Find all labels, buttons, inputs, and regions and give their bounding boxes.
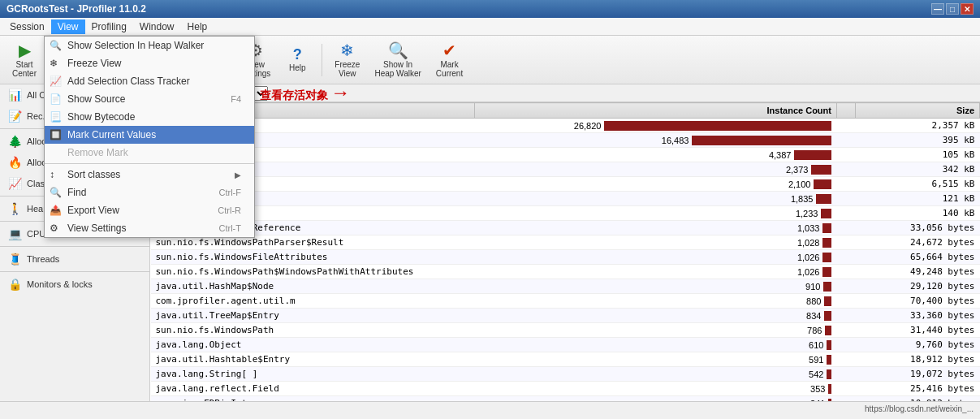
- table-row[interactable]: 2,373 342 kB: [151, 162, 980, 177]
- cell-instance-count: 26,820: [475, 119, 837, 133]
- cell-size: 70,400 bytes: [856, 294, 980, 309]
- ctx-view-settings[interactable]: ⚙ View Settings Ctrl-T: [45, 219, 254, 237]
- cell-instance-count: 1,233: [475, 206, 837, 221]
- cell-size: 19,072 bytes: [856, 367, 980, 382]
- table-row[interactable]: java.lang.ref.WeakReference 1,033 33,056…: [151, 221, 980, 235]
- sidebar-item-monitors-locks[interactable]: 🔒 Monitors & locks: [0, 274, 149, 295]
- ctx-add-selection-class-tracker[interactable]: 📈 Add Selection Class Tracker: [45, 72, 254, 90]
- cell-sort: [836, 352, 855, 367]
- table-container[interactable]: Name Instance Count Size 26,820 2,357 kB…: [150, 102, 980, 401]
- sidebar-item-threads[interactable]: 🧵 Threads: [0, 248, 149, 270]
- cell-instance-count: 591: [475, 352, 837, 367]
- start-icon: ▶: [19, 42, 31, 58]
- cell-sort: [836, 396, 855, 402]
- table-row[interactable]: java.lang.String[ ] 542 19,072 bytes: [151, 367, 980, 382]
- menu-window[interactable]: Window: [133, 19, 181, 34]
- col-size[interactable]: Size: [856, 103, 980, 119]
- cell-name: sun.nio.fs.WindowsPath$WindowsPathWithAt…: [151, 265, 475, 279]
- ctx-remove-mark[interactable]: Remove Mark: [45, 144, 254, 162]
- cell-sort: [836, 382, 855, 396]
- table-row[interactable]: sun.misc.FDBigInteger 341 10,912 bytes: [151, 396, 980, 402]
- cell-size: 33,360 bytes: [856, 309, 980, 323]
- export-icon: 📤: [50, 205, 62, 216]
- cell-name: com.jprofiler.agent.util.m: [151, 294, 475, 309]
- allocation-call-tree-icon: 🌲: [8, 135, 22, 148]
- table-row[interactable]: 2,100 6,515 kB: [151, 177, 980, 192]
- ctx-show-bytecode[interactable]: 📃 Show Bytecode: [45, 108, 254, 126]
- mark-current-button[interactable]: ✔ Mark Current: [430, 38, 468, 82]
- menu-help[interactable]: Help: [181, 19, 214, 34]
- start-center-button[interactable]: ▶ Start Center: [6, 38, 42, 82]
- cell-instance-count: 2,100: [475, 177, 837, 192]
- toolbar-separator-2: [322, 44, 322, 76]
- cell-sort: [836, 177, 855, 192]
- ctx-freeze-view[interactable]: ❄ Freeze View: [45, 54, 254, 72]
- source-icon: 📄: [50, 93, 62, 105]
- cell-instance-count: 1,033: [475, 221, 837, 235]
- monitors-locks-icon: 🔒: [8, 278, 22, 291]
- ctx-show-selection-heap-walker[interactable]: 🔍 Show Selection In Heap Walker: [45, 37, 254, 54]
- cell-sort: [836, 250, 855, 265]
- cell-instance-count: 1,026: [475, 250, 837, 265]
- table-row[interactable]: java.util.TreeMap$Entry 834 33,360 bytes: [151, 309, 980, 323]
- table-row[interactable]: java.lang.reflect.Field 353 25,416 bytes: [151, 382, 980, 396]
- cell-size: 395 kB: [856, 133, 980, 148]
- sidebar-divider-5: [0, 271, 149, 272]
- table-row[interactable]: java.util.Hashtable$Entry 591 18,912 byt…: [151, 352, 980, 367]
- cell-name: java.util.Hashtable$Entry: [151, 352, 475, 367]
- window-controls: — □ ✕: [931, 3, 974, 15]
- menu-session[interactable]: Session: [3, 19, 51, 34]
- cell-instance-count: 2,373: [475, 162, 837, 177]
- cell-size: 49,248 bytes: [856, 265, 980, 279]
- table-row[interactable]: 4,387 105 kB: [151, 148, 980, 162]
- heap-walker-icon: 🔍: [50, 40, 62, 51]
- table-row[interactable]: sun.nio.fs.WindowsPath$WindowsPathWithAt…: [151, 265, 980, 279]
- allocation-hot-spots-icon: 🔥: [8, 156, 22, 169]
- ctx-mark-current-values[interactable]: 🔲 Mark Current Values: [45, 126, 254, 144]
- cell-sort: [836, 206, 855, 221]
- table-row[interactable]: java.util.HashMap$Node 910 29,120 bytes: [151, 279, 980, 294]
- ctx-sort-classes[interactable]: ↕ Sort classes: [45, 166, 254, 184]
- cell-instance-count: 880: [475, 294, 837, 309]
- table-row[interactable]: 1,835 121 kB: [151, 192, 980, 206]
- help-button[interactable]: ? Help: [279, 43, 315, 76]
- cell-instance-count: 16,483: [475, 133, 837, 148]
- all-objects-icon: 📊: [8, 89, 22, 102]
- cell-instance-count: 1,835: [475, 192, 837, 206]
- ctx-show-source[interactable]: 📄 Show Source F4: [45, 90, 254, 108]
- ctx-find[interactable]: 🔍 Find Ctrl-F: [45, 184, 254, 201]
- cell-sort: [836, 309, 855, 323]
- table-row[interactable]: java.lang.Object 610 9,760 bytes: [151, 338, 980, 352]
- col-instance-count[interactable]: Instance Count: [475, 103, 837, 119]
- table-row[interactable]: sun.nio.fs.WindowsFileAttributes 1,026 6…: [151, 250, 980, 265]
- show-in-heap-walker-button[interactable]: 🔍 Show In Heap Walker: [369, 38, 426, 82]
- cpu-views-icon: 💻: [8, 227, 22, 240]
- cell-name: java.lang.String[ ]: [151, 367, 475, 382]
- table-row[interactable]: sun.nio.fs.WindowsPathParser$Result 1,02…: [151, 235, 980, 250]
- menu-view[interactable]: View: [51, 19, 85, 34]
- cell-sort: [836, 148, 855, 162]
- cell-size: 10,912 bytes: [856, 396, 980, 402]
- minimize-button[interactable]: —: [931, 3, 944, 15]
- table-row[interactable]: 26,820 2,357 kB: [151, 119, 980, 133]
- cell-instance-count: 353: [475, 382, 837, 396]
- cell-sort: [836, 323, 855, 338]
- table-row[interactable]: com.jprofiler.agent.util.m 880 70,400 by…: [151, 294, 980, 309]
- cell-sort: [836, 221, 855, 235]
- ctx-export-view[interactable]: 📤 Export View Ctrl-R: [45, 201, 254, 219]
- freeze-view-button[interactable]: ❄ Freeze View: [329, 38, 365, 82]
- table-row[interactable]: 16,483 395 kB: [151, 133, 980, 148]
- menu-bar: Session View Profiling Window Help: [0, 18, 980, 36]
- cell-instance-count: 341: [475, 396, 837, 402]
- maximize-button[interactable]: □: [946, 3, 959, 15]
- mark-tb-icon: ✔: [443, 42, 456, 58]
- cell-instance-count: 1,026: [475, 265, 837, 279]
- table-row[interactable]: sun.nio.fs.WindowsPath 786 31,440 bytes: [151, 323, 980, 338]
- col-sort-arrow[interactable]: [836, 103, 855, 119]
- cell-size: 105 kB: [856, 148, 980, 162]
- menu-profiling[interactable]: Profiling: [85, 19, 133, 34]
- class-tracker-icon: 📈: [8, 177, 22, 190]
- table-row[interactable]: 1,233 140 kB: [151, 206, 980, 221]
- close-button[interactable]: ✕: [961, 3, 974, 15]
- bytecode-icon: 📃: [50, 111, 62, 123]
